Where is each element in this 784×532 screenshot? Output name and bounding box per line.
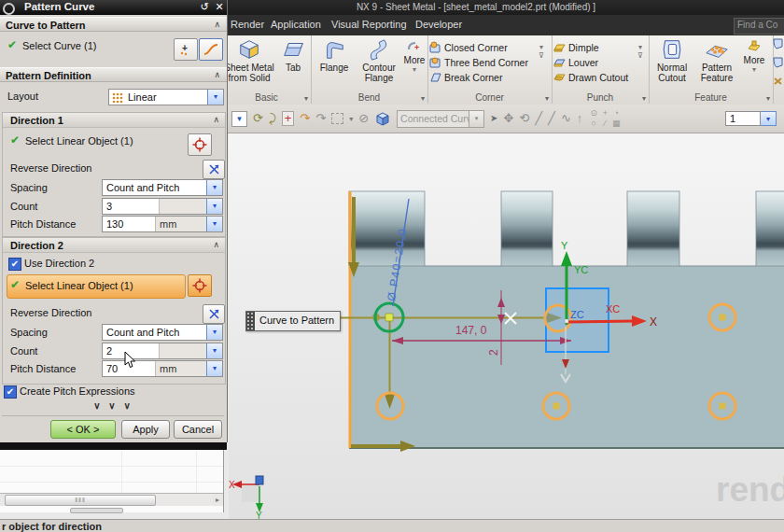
ok-button[interactable]: < OK > [50, 420, 116, 439]
slash-snap-icon[interactable]: ∕ [599, 119, 610, 129]
tab-visual-reporting[interactable]: Visual Reporting [331, 19, 407, 30]
drawn-cutout-button[interactable]: Drawn Cutout [553, 70, 628, 84]
gallery-expand-icon[interactable]: ⊽ [535, 51, 548, 60]
scrollbar-thumb[interactable]: ‖‖‖ [5, 495, 156, 506]
create-inferred-icon[interactable]: + [282, 111, 295, 126]
snap-point-cluster[interactable]: ⊙ + ◔ ○ ∕ ▦ [588, 108, 622, 129]
d1-count-field[interactable]: 3 ▾ [102, 198, 223, 215]
ribbon-overflow-icons[interactable] [773, 35, 784, 104]
arc-snap-icon[interactable]: ↑ [577, 112, 583, 125]
point-constructor-button[interactable]: + [174, 38, 198, 61]
contour-flange-button[interactable]: Contour Flange [356, 37, 402, 83]
vertical-dimension-text[interactable]: 2 [487, 349, 500, 356]
tab-application[interactable]: Application [271, 19, 321, 30]
quadrant-snap-icon[interactable]: ◔ [610, 108, 622, 119]
wcs-x-axis[interactable] [567, 321, 634, 322]
flange-button[interactable]: Flange [313, 37, 356, 73]
collapse-icon[interactable]: ∧ [213, 240, 219, 249]
intersection-snap-icon[interactable]: + [599, 108, 610, 119]
create-pitch-checkbox[interactable]: ✔ [4, 385, 17, 399]
curve-snap-icon[interactable]: ∿ [561, 112, 571, 125]
update-icon[interactable]: ⟳ [253, 112, 263, 125]
graphics-window[interactable]: Ø P40=20,0 147, 0 2 Y YC XC X ZC [229, 133, 784, 519]
dialog-drag-icon[interactable] [3, 3, 15, 15]
break-corner-button[interactable]: Break Corner [429, 70, 502, 84]
apply-button[interactable]: Apply [121, 420, 170, 439]
redo-icon[interactable]: ↷ [300, 112, 310, 125]
d1-reverse-button[interactable] [203, 160, 225, 179]
snap-point-icon[interactable]: ➤ [490, 112, 497, 125]
find-command-input[interactable]: Find a Co [734, 18, 784, 35]
resize-gripper[interactable] [70, 508, 123, 513]
d1-select-row[interactable]: ✔ Select Linear Object (1) [3, 133, 225, 157]
tab-flange-4[interactable] [756, 191, 784, 266]
d2-pitch-field[interactable]: 70 mm ▾ [102, 360, 223, 377]
curve-rule-button[interactable] [199, 38, 223, 61]
direction1-header[interactable]: Direction 1 ∧ [3, 113, 225, 128]
d1-pitch-unit[interactable]: mm [155, 217, 206, 231]
move-icon[interactable]: ✥ [503, 112, 513, 125]
scroll-right-icon[interactable]: ▸ [216, 496, 219, 504]
tab-flange-3[interactable] [627, 191, 679, 266]
d1-pitch-field[interactable]: 130 mm ▾ [102, 216, 223, 232]
three-bend-corner-button[interactable]: Three Bend Corner [429, 55, 528, 69]
dimple-button[interactable]: Dimple [553, 40, 599, 54]
feature-more-button[interactable]: More ▾ [740, 37, 768, 74]
spinner-caret-icon[interactable]: ▾ [206, 343, 222, 358]
tab-flange-1[interactable] [349, 191, 425, 266]
rotate-icon[interactable]: ⟲ [519, 112, 529, 125]
d2-vector-dialog-button[interactable] [188, 274, 212, 297]
d1-spacing-combo[interactable]: Count and Pitch ▾ [102, 179, 223, 196]
direction2-header[interactable]: Direction 2 ∧ [3, 238, 225, 253]
use-direction2-row[interactable]: ✔ Use Direction 2 [3, 256, 225, 273]
group-dialog-launcher-icon[interactable]: ▾ [642, 94, 646, 103]
cancel-button[interactable]: Cancel [174, 420, 222, 439]
tab-button[interactable]: Tab [276, 37, 310, 73]
highlight-filter-icon[interactable]: ⊘ [358, 112, 369, 125]
center-snap-icon[interactable]: ⊙ [588, 108, 599, 119]
d1-count-value[interactable]: 3 [103, 199, 159, 214]
horizontal-scrollbar[interactable]: ‖‖‖ ▸ [0, 493, 223, 506]
punch-gallery-arrows[interactable]: ▾ ⊽ [634, 43, 647, 60]
tab-render[interactable]: Render [231, 19, 264, 30]
dialog-titlebar[interactable]: Pattern Curve ↺ ✕ [0, 0, 227, 15]
tab-developer[interactable]: Developer [415, 19, 462, 30]
collapse-dialog-chevrons[interactable]: ∨ ∨ ∨ [0, 400, 227, 411]
selected-point-marker[interactable] [385, 314, 393, 321]
d2-spacing-combo[interactable]: Count and Pitch ▾ [102, 324, 223, 341]
repeat-command-icon[interactable]: ⤸ [269, 112, 276, 125]
grid-snap-icon[interactable]: ▦ [610, 119, 622, 129]
sheet-metal-from-solid-button[interactable]: Sheet Metal from Solid [222, 37, 276, 83]
collapse-icon[interactable]: ∧ [213, 115, 219, 124]
louver-button[interactable]: Louver [553, 55, 598, 69]
spinner-caret-icon[interactable]: ▾ [206, 361, 222, 376]
rectangle-select-icon[interactable] [331, 113, 343, 124]
spinner-caret-icon[interactable]: ▾ [206, 199, 222, 214]
section-pattern-definition[interactable]: Pattern Definition ∧ [0, 67, 227, 82]
layout-dropdown[interactable]: Linear ▾ [108, 89, 224, 105]
selected-sketch-profile[interactable] [546, 288, 609, 352]
combo-caret-icon[interactable]: ▾ [207, 90, 223, 105]
dialog-close-button[interactable]: ✕ [213, 1, 226, 13]
d1-vector-dialog-button[interactable] [188, 133, 212, 156]
gallery-expand-icon[interactable]: ⊽ [634, 51, 647, 60]
section-curve-to-pattern[interactable]: Curve to Pattern ∧ [0, 17, 227, 32]
group-dialog-launcher-icon[interactable]: ▾ [545, 94, 549, 103]
create-pitch-row[interactable]: ✔ Create Pitch Expressions [0, 385, 222, 401]
d1-pitch-value[interactable]: 130 [103, 217, 155, 231]
spinner-caret-icon[interactable]: ▾ [206, 217, 222, 231]
combo-caret-icon[interactable]: ▾ [469, 111, 483, 127]
select-curve-row[interactable]: ✔ Select Curve (1) + [0, 37, 222, 62]
collapse-icon[interactable]: ∧ [214, 20, 220, 29]
bend-more-button[interactable]: + More ▾ [402, 37, 427, 74]
tab-flange-2[interactable] [501, 191, 553, 266]
select-mode-caret-icon[interactable]: ▾ [349, 115, 353, 123]
shaded-view-cube-icon[interactable] [374, 110, 391, 127]
corner-gallery-arrows[interactable]: ▾ ⊽ [535, 43, 548, 60]
combo-caret-icon[interactable]: ▾ [206, 325, 222, 340]
horizontal-dimension-text[interactable]: 147, 0 [455, 324, 487, 337]
undo-icon[interactable]: ↷ [315, 112, 326, 125]
line-midpoint-snap-icon[interactable]: ╱ [548, 112, 555, 125]
group-dialog-launcher-icon[interactable]: ▾ [421, 94, 425, 103]
type-filter-dropdown[interactable]: ▼ [231, 111, 247, 127]
